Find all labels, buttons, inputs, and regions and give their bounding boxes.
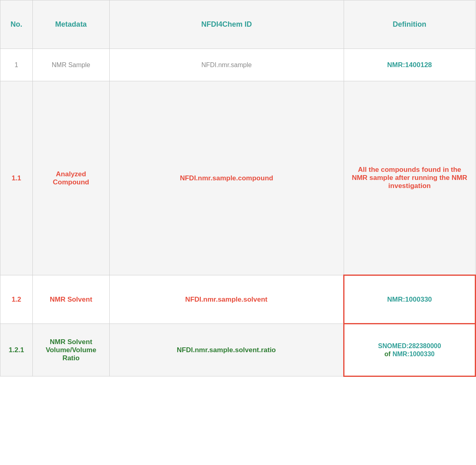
id-cell: NFDI.nmr.sample.solvent bbox=[109, 275, 344, 324]
id-cell: NFDI.nmr.sample.compound bbox=[109, 81, 344, 275]
main-table: No. Metadata NFDI4Chem ID Definition 1 N… bbox=[0, 0, 476, 377]
meta-cell: NMR Solvent Volume/Volume Ratio bbox=[32, 324, 109, 376]
id-cell: NFDI.nmr.sample.solvent.ratio bbox=[109, 324, 344, 376]
snomed-nmr-link[interactable]: NMR:1000330 bbox=[393, 351, 435, 357]
table-row: 1.1 Analyzed Compound NFDI.nmr.sample.co… bbox=[0, 81, 476, 275]
def-cell-highlighted-2: SNOMED:282380000 of NMR:1000330 bbox=[344, 324, 475, 376]
def-cell: NMR:1400128 bbox=[344, 49, 475, 81]
header-row: No. Metadata NFDI4Chem ID Definition bbox=[0, 0, 476, 49]
table-row: 1.2.1 NMR Solvent Volume/Volume Ratio NF… bbox=[0, 324, 476, 376]
no-cell: 1 bbox=[0, 49, 33, 81]
header-no: No. bbox=[0, 0, 33, 49]
no-cell: 1.1 bbox=[0, 81, 33, 275]
meta-cell: Analyzed Compound bbox=[32, 81, 109, 275]
def-cell-highlighted: NMR:1000330 bbox=[344, 275, 475, 324]
def-link-teal[interactable]: NMR:1000330 bbox=[387, 296, 432, 303]
header-definition: Definition bbox=[344, 0, 475, 49]
header-metadata: Metadata bbox=[32, 0, 109, 49]
meta-cell: NMR Solvent bbox=[32, 275, 109, 324]
def-link[interactable]: NMR:1400128 bbox=[387, 61, 432, 69]
table-row: 1 NMR Sample NFDI.nmr.sample NMR:1400128 bbox=[0, 49, 476, 81]
meta-cell: NMR Sample bbox=[32, 49, 109, 81]
header-nfdi-id: NFDI4Chem ID bbox=[109, 0, 344, 49]
def-cell: All the compounds found in the NMR sampl… bbox=[344, 81, 475, 275]
snomed-link[interactable]: SNOMED:282380000 bbox=[378, 342, 441, 349]
no-cell: 1.2.1 bbox=[0, 324, 33, 376]
no-cell: 1.2 bbox=[0, 275, 33, 324]
snomed-of-label: of bbox=[385, 351, 391, 357]
id-cell: NFDI.nmr.sample bbox=[109, 49, 344, 81]
table-row: 1.2 NMR Solvent NFDI.nmr.sample.solvent … bbox=[0, 275, 476, 324]
